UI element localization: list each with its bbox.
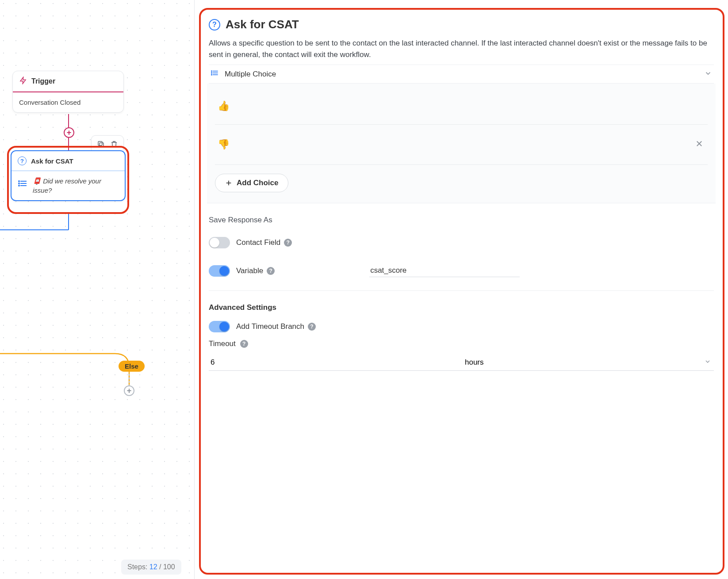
list-icon (211, 69, 219, 80)
else-branch-pill[interactable]: Else (119, 361, 145, 372)
help-icon[interactable]: ? (308, 323, 316, 331)
svg-rect-4 (100, 143, 103, 147)
advanced-settings-label: Advanced Settings (209, 303, 714, 312)
save-response-label: Save Response As (209, 216, 714, 225)
help-icon[interactable]: ? (267, 267, 275, 275)
choice-value: 👍 (218, 100, 230, 112)
question-type-value: Multiple Choice (225, 70, 276, 79)
csat-node-prompt: 📮 Did we resolve your issue? (33, 176, 119, 195)
contact-field-label: Contact Field (236, 238, 280, 247)
svg-rect-5 (98, 141, 102, 145)
delete-node-button[interactable] (107, 138, 121, 150)
csat-node[interactable]: ? Ask for CSAT 📮 Did we resolve your iss… (11, 150, 126, 201)
question-type-select[interactable]: Multiple Choice (209, 65, 714, 84)
trigger-title: Trigger (31, 77, 55, 85)
timeout-value-input[interactable] (209, 354, 463, 371)
trigger-icon (19, 76, 27, 86)
trigger-node[interactable]: Trigger Conversation Closed (12, 71, 124, 113)
svg-point-9 (19, 181, 19, 182)
svg-point-17 (211, 74, 212, 75)
svg-point-10 (19, 183, 19, 184)
timeout-unit-select[interactable]: hours (463, 354, 714, 370)
timeout-branch-toggle[interactable] (209, 321, 230, 332)
svg-point-11 (19, 185, 19, 186)
panel-question-icon: ? (209, 19, 220, 30)
variable-name-input[interactable] (369, 264, 520, 277)
help-icon[interactable]: ? (284, 239, 292, 247)
duplicate-node-button[interactable] (94, 138, 107, 150)
question-icon: ? (18, 156, 27, 165)
svg-point-15 (211, 71, 212, 72)
chevron-down-icon (704, 69, 712, 79)
timeout-label: Timeout (209, 339, 236, 348)
add-else-step-button[interactable]: + (124, 385, 134, 396)
panel-description: Allows a specific question to be sent to… (209, 38, 714, 60)
trigger-event: Conversation Closed (13, 92, 123, 112)
choice-row[interactable]: 👍 (215, 88, 708, 125)
remove-choice-button[interactable] (694, 137, 705, 152)
list-icon (18, 178, 28, 190)
steps-counter: Steps: 12 / 100 (121, 560, 181, 575)
add-choice-button[interactable]: Add Choice (215, 174, 288, 192)
contact-field-toggle[interactable] (209, 237, 230, 248)
help-icon[interactable]: ? (240, 340, 248, 348)
variable-toggle[interactable] (209, 265, 230, 277)
choices-block: 👍 👎 Add Choice (207, 84, 716, 203)
panel-title: Ask for CSAT (226, 18, 299, 31)
timeout-branch-label: Add Timeout Branch (236, 322, 304, 331)
workflow-canvas[interactable]: Trigger Conversation Closed + ? Ask for … (0, 0, 195, 579)
svg-point-16 (211, 72, 212, 73)
choice-value: 👎 (218, 139, 230, 150)
add-step-button[interactable]: + (64, 127, 74, 138)
choice-row[interactable]: 👎 (215, 125, 708, 165)
variable-label: Variable (236, 267, 263, 275)
step-config-panel: ? Ask for CSAT Allows a specific questio… (195, 0, 728, 579)
chevron-down-icon (704, 358, 711, 367)
csat-node-title: Ask for CSAT (31, 157, 73, 165)
